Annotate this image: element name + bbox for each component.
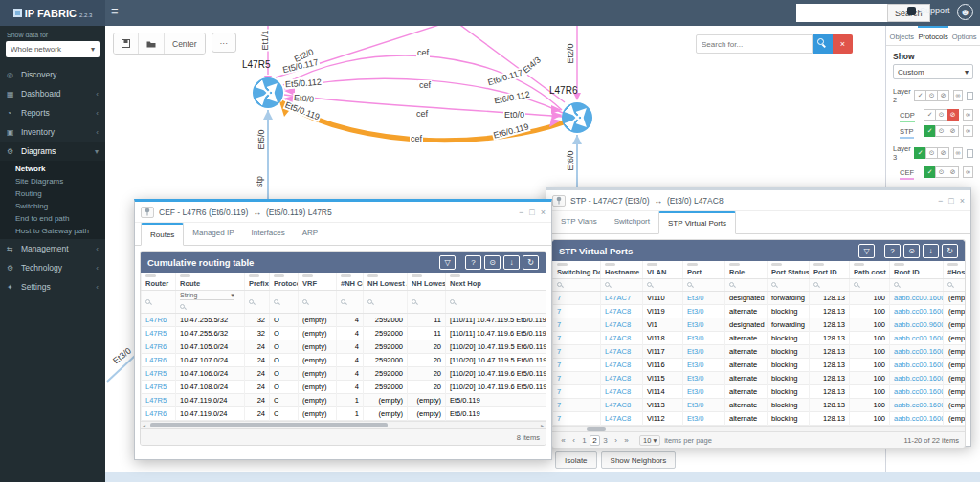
router-cell[interactable]: L47R6 — [142, 340, 176, 354]
refresh-icon[interactable]: ↻ — [523, 255, 539, 270]
export-icon[interactable]: ↓ — [923, 244, 939, 258]
column-header[interactable]: NH Lowest Metric — [408, 273, 446, 291]
table-row[interactable]: L47R5 10.47.106.0/24 24 O (empty) 4 2592… — [142, 367, 547, 381]
switching-domain-cell[interactable]: 7 — [553, 359, 601, 372]
switching-domain-cell[interactable]: 7 — [553, 412, 601, 426]
layer3-checkbox[interactable] — [967, 149, 973, 158]
table-row[interactable]: 7 L47AC8 Vl113 Et3/0 alternate blocking … — [553, 399, 967, 412]
root-id-cell[interactable]: aabb.cc00.1600 — [890, 305, 944, 318]
isolate-button[interactable]: Isolate — [555, 451, 597, 469]
column-filter[interactable] — [601, 279, 643, 292]
hostname-cell[interactable]: L47AC8 — [601, 399, 643, 412]
tab-routes[interactable]: Routes — [141, 223, 184, 246]
maximize-icon[interactable]: □ — [529, 208, 534, 217]
table-row[interactable]: 7 L47AC8 Vl112 Et3/0 alternate blocking … — [553, 412, 967, 426]
switching-domain-cell[interactable]: 7 — [553, 305, 601, 318]
root-id-cell[interactable]: aabb.cc00.1600 — [890, 385, 944, 399]
table-row[interactable]: 7 L47AC7 Vl110 Et3/0 designated forwardi… — [553, 292, 967, 305]
table-row[interactable]: L47R5 10.47.255.6/32 32 O (empty) 4 2592… — [142, 327, 547, 340]
help-icon[interactable]: ? — [884, 244, 901, 258]
diagram-search-button[interactable] — [813, 34, 833, 54]
table-row[interactable]: L47R6 10.47.119.0/24 24 C (empty) 1 (emp… — [142, 407, 547, 421]
hostname-cell[interactable]: L47AC8 — [601, 345, 643, 359]
table-row[interactable]: 7 L47AC8 Vl118 Et3/0 alternate blocking … — [553, 332, 967, 345]
table-row[interactable]: L47R6 10.47.105.0/24 24 O (empty) 4 2592… — [142, 340, 547, 354]
column-filter[interactable] — [890, 279, 944, 292]
ban-button[interactable]: ⊘ — [947, 109, 959, 120]
column-filter[interactable] — [408, 291, 446, 314]
column-header[interactable]: Next Hop — [446, 273, 547, 291]
layer2-checkbox[interactable] — [967, 92, 973, 100]
sidebar-subitem[interactable]: Network — [0, 163, 105, 175]
sidebar-subitem[interactable]: End to end path — [0, 212, 105, 225]
column-filter[interactable] — [364, 291, 408, 314]
column-filter[interactable] — [810, 279, 850, 292]
column-filter[interactable] — [725, 279, 768, 292]
port-cell[interactable]: Et3/0 — [683, 385, 725, 399]
switching-domain-cell[interactable]: 7 — [553, 332, 601, 345]
tab-objects[interactable]: Objects — [886, 26, 918, 45]
column-header[interactable]: Path cost — [850, 261, 890, 279]
link-button[interactable]: ∞ — [953, 90, 963, 101]
router-cell[interactable]: L47R5 — [142, 327, 176, 340]
tab-managed-ip[interactable]: Managed IP — [184, 223, 242, 245]
global-search-input[interactable] — [796, 4, 887, 22]
pin-button[interactable] — [552, 195, 566, 207]
pager-last[interactable]: » — [621, 436, 632, 445]
port-cell[interactable]: Et3/0 — [683, 359, 725, 372]
switching-domain-cell[interactable]: 7 — [553, 399, 601, 412]
root-id-cell[interactable]: aabb.cc00.1600 — [890, 399, 944, 412]
column-header[interactable]: #Hosts — [944, 261, 967, 279]
columns-icon[interactable]: ⊙ — [484, 255, 501, 270]
column-header[interactable]: Protocol — [270, 273, 299, 291]
per-page-select[interactable]: 10 ▾ — [639, 435, 660, 446]
switching-domain-cell[interactable]: 7 — [553, 385, 601, 399]
network-scope-select[interactable]: Whole network ▾ — [6, 41, 100, 57]
root-id-cell[interactable]: aabb.cc00.1600 — [890, 412, 944, 426]
link-button[interactable]: ∞ — [963, 109, 973, 120]
sidebar-subitem[interactable]: Host to Gateway path — [0, 225, 105, 237]
maximize-icon[interactable]: □ — [948, 196, 953, 206]
pager-next[interactable]: › — [611, 436, 621, 445]
router-node-l47r5[interactable] — [253, 77, 283, 108]
sidebar-item-diagrams[interactable]: ⚙ Diagrams ▾ — [0, 142, 105, 161]
pager-prev[interactable]: ‹ — [568, 436, 579, 445]
sidebar-subitem[interactable]: Switching — [0, 200, 105, 212]
close-icon[interactable]: × — [541, 208, 546, 217]
port-cell[interactable]: Et3/0 — [683, 372, 725, 385]
root-id-cell[interactable]: aabb.cc00.9600 — [890, 318, 944, 332]
column-header[interactable]: #NH Count — [337, 273, 364, 291]
column-header[interactable]: Router — [142, 273, 176, 291]
column-header[interactable]: Role — [725, 261, 768, 279]
hostname-cell[interactable]: L47AC8 — [601, 332, 643, 345]
hostname-cell[interactable]: L47AC8 — [601, 305, 643, 318]
port-cell[interactable]: Et3/0 — [683, 292, 725, 305]
center-button[interactable]: Center — [165, 33, 205, 54]
snapshot-button[interactable] — [114, 33, 139, 54]
table-row[interactable]: 7 L47AC8 Vl116 Et3/0 alternate blocking … — [553, 359, 967, 372]
router-cell[interactable]: L47R6 — [142, 354, 176, 367]
pager-page-2[interactable]: 2 — [590, 435, 600, 446]
ban-button[interactable]: ⊘ — [947, 125, 959, 137]
column-header[interactable]: Root ID — [890, 261, 944, 279]
column-header[interactable]: VLAN — [643, 261, 683, 279]
table-row[interactable]: 7 L47AC8 Vl115 Et3/0 alternate blocking … — [553, 372, 967, 385]
table-row[interactable]: L47R6 10.47.255.5/32 32 O (empty) 4 2592… — [142, 314, 547, 327]
port-cell[interactable]: Et3/0 — [683, 345, 725, 359]
close-icon[interactable]: × — [960, 196, 965, 206]
clear-search-button[interactable]: × — [833, 34, 853, 54]
show-preset-select[interactable]: Custom ▾ — [893, 64, 973, 79]
column-filter[interactable]: String▾ — [176, 291, 245, 314]
column-filter[interactable] — [944, 279, 967, 292]
column-filter[interactable] — [643, 279, 683, 292]
filter-icon[interactable]: ▽ — [858, 244, 875, 258]
tab-options[interactable]: Options — [948, 26, 980, 45]
filter-icon[interactable]: ▽ — [439, 255, 456, 270]
window-titlebar[interactable]: CEF - L47R6 (Et6/0.119) ↔ (Et5/0.119) L4… — [135, 202, 551, 223]
port-cell[interactable]: Et3/0 — [683, 318, 725, 332]
table-row[interactable]: 7 L47AC8 Vl1 Et3/0 designated forwarding… — [553, 318, 967, 332]
pin-button[interactable] — [141, 207, 154, 218]
column-header[interactable]: Route — [176, 273, 245, 291]
table-row[interactable]: L47R5 10.47.108.0/24 24 O (empty) 4 2592… — [142, 381, 547, 394]
port-cell[interactable]: Et3/0 — [683, 305, 725, 318]
